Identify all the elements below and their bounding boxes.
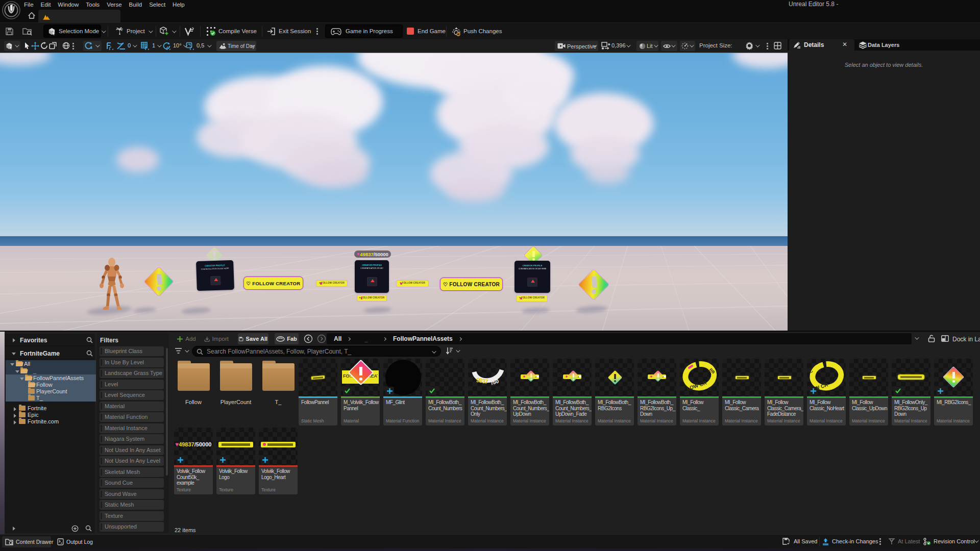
svg-text:9837: 9837 [476, 377, 489, 386]
